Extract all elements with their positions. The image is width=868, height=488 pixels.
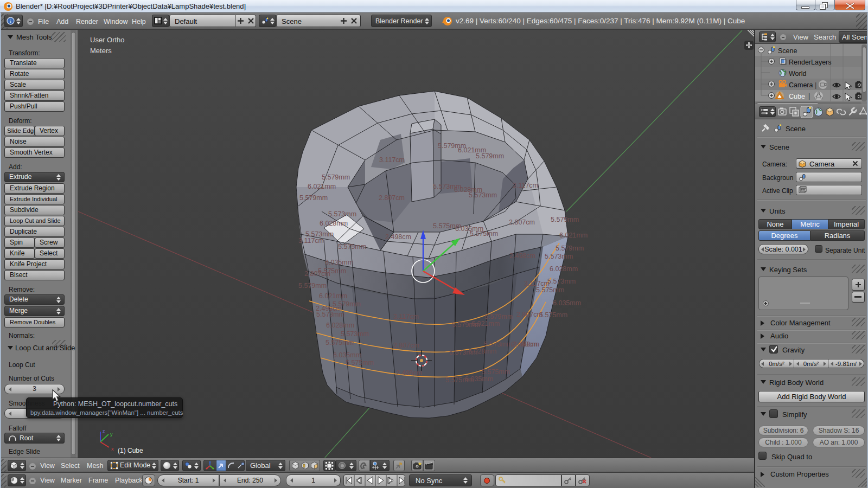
- svg-text:5.573mm: 5.573mm: [328, 210, 356, 218]
- svg-text:(1) Cube: (1) Cube: [118, 447, 143, 454]
- svg-text:6.021mm: 6.021mm: [471, 320, 500, 328]
- svg-text:6.028mm: 6.028mm: [326, 322, 354, 329]
- svg-text:5.575mm: 5.575mm: [536, 286, 564, 294]
- svg-text:2.807cm: 2.807cm: [516, 311, 542, 318]
- svg-text:6.028mm: 6.028mm: [320, 220, 348, 227]
- svg-text:z: z: [103, 428, 105, 434]
- svg-text:5.573mm: 5.573mm: [316, 311, 344, 318]
- svg-text:2.807cm: 2.807cm: [509, 219, 535, 226]
- svg-text:2.498cm: 2.498cm: [396, 369, 422, 377]
- svg-text:2.498cm: 2.498cm: [512, 341, 538, 348]
- svg-text:3.117cm: 3.117cm: [393, 313, 419, 320]
- svg-text:5.579mm: 5.579mm: [556, 245, 584, 252]
- svg-text:6.028mm: 6.028mm: [550, 265, 578, 273]
- svg-text:6.035mm: 6.035mm: [553, 299, 581, 307]
- svg-text:5.573mm: 5.573mm: [545, 253, 573, 260]
- svg-text:2.498cm: 2.498cm: [385, 233, 411, 241]
- svg-text:5.573mm: 5.573mm: [484, 341, 512, 348]
- svg-text:5.579mm: 5.579mm: [299, 194, 328, 202]
- svg-text:5.573mm: 5.573mm: [547, 278, 576, 285]
- svg-text:5.575mm: 5.575mm: [326, 339, 354, 346]
- svg-text:5.573mm: 5.573mm: [341, 330, 369, 338]
- svg-text:2.498cm: 2.498cm: [509, 252, 535, 260]
- svg-text:5.579mm: 5.579mm: [322, 174, 350, 181]
- svg-text:y: y: [110, 432, 113, 437]
- svg-text:5.579mm: 5.579mm: [484, 313, 513, 320]
- svg-text:x: x: [111, 446, 114, 452]
- svg-text:6.021mm: 6.021mm: [308, 183, 336, 190]
- svg-text:5.575mm: 5.575mm: [470, 230, 498, 237]
- svg-text:5.575mm: 5.575mm: [338, 243, 366, 251]
- svg-text:5.575mm: 5.575mm: [539, 311, 567, 319]
- svg-text:5.573mm: 5.573mm: [469, 191, 497, 199]
- svg-text:6.028mm: 6.028mm: [468, 348, 496, 355]
- svg-text:6.035mm: 6.035mm: [333, 351, 361, 359]
- svg-text:6.021mm: 6.021mm: [559, 232, 588, 239]
- svg-text:5.575mm: 5.575mm: [318, 267, 346, 275]
- svg-text:3.117cm: 3.117cm: [513, 182, 538, 189]
- svg-text:5.579mm: 5.579mm: [551, 216, 579, 223]
- svg-text:6.021mm: 6.021mm: [319, 292, 347, 300]
- svg-text:2.807cm: 2.807cm: [393, 342, 419, 349]
- svg-text:5.575mm: 5.575mm: [346, 359, 374, 367]
- svg-text:5.579mm: 5.579mm: [476, 152, 504, 160]
- svg-text:3.117cm: 3.117cm: [379, 156, 405, 164]
- svg-text:Meters: Meters: [90, 47, 112, 55]
- svg-text:2.807cm: 2.807cm: [379, 194, 405, 202]
- svg-text:5.579mm: 5.579mm: [298, 282, 327, 290]
- svg-text:3.117cm: 3.117cm: [298, 237, 324, 245]
- svg-text:5.575mm: 5.575mm: [482, 368, 510, 376]
- svg-text:6.035mm: 6.035mm: [325, 259, 353, 266]
- svg-text:6.035mm: 6.035mm: [465, 375, 493, 383]
- svg-text:User Ortho: User Ortho: [90, 36, 125, 44]
